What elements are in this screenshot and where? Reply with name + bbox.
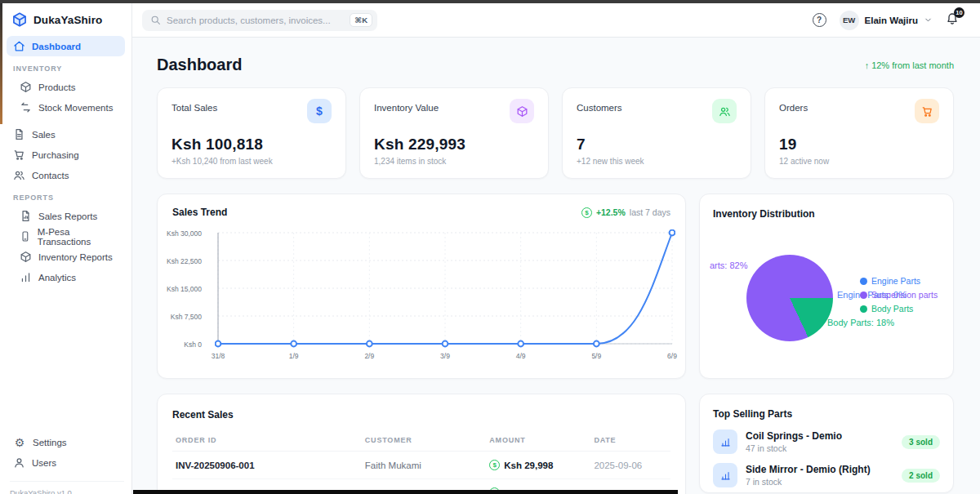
sidebar-section-inventory: INVENTORY [13, 65, 125, 73]
sidebar-item-mpesa-transactions[interactable]: M-Pesa Transactions [13, 226, 125, 247]
dashboard-content: Dashboard ↑ 12% from last month Total Sa… [132, 38, 980, 494]
stat-label: Orders [779, 103, 808, 113]
x-axis-tick: 31/8 [212, 352, 225, 360]
chevron-down-icon [924, 16, 933, 24]
legend-item-engine-parts: Engine Parts [860, 276, 938, 286]
sidebar-item-sales[interactable]: Sales [7, 124, 125, 145]
trend-period: last 7 days [630, 207, 670, 217]
inventory-pie-chart [746, 255, 833, 341]
sidebar-item-purchasing[interactable]: Purchasing [7, 145, 125, 165]
sales-trend-chart: Ksh 30,000 Ksh 22,500 Ksh 15,000 Ksh 7,5… [172, 229, 670, 365]
list-item[interactable]: Side Mirror - Demio (Right) 7 in stock 2… [713, 463, 940, 487]
smartphone-icon [20, 230, 31, 243]
report-chart-icon [20, 210, 32, 222]
users-icon [712, 99, 737, 123]
date-cell: 2025-09-06 [590, 452, 670, 479]
sold-badge: 2 sold [902, 469, 940, 483]
sidebar-label: Settings [33, 438, 67, 447]
stat-card-inventory-value: Inventory Value Ksh 229,993 1,234 items … [359, 87, 549, 179]
sold-badge: 3 sold [902, 435, 940, 449]
sidebar-item-analytics[interactable]: Analytics [13, 267, 125, 287]
stat-label: Total Sales [172, 103, 217, 113]
sales-trend-card: Sales Trend $ +12.5% last 7 days Ksh 30,… [157, 194, 686, 379]
sidebar-item-settings[interactable]: ⚙ Settings [7, 432, 125, 452]
y-axis-tick: Ksh 7,500 [157, 313, 202, 321]
sidebar-item-sales-reports[interactable]: Sales Reports [13, 206, 125, 226]
top-selling-parts-card: Top Selling Parts Coil Springs - Demio 4… [699, 394, 954, 493]
stat-card-customers: Customers 7 +12 new this week [562, 87, 751, 179]
stat-value: Ksh 100,818 [172, 136, 332, 154]
order-id-cell: INV-20250906-001 [172, 452, 362, 479]
help-button[interactable]: ? [813, 13, 826, 27]
document-icon [13, 128, 25, 140]
notification-count-badge: 10 [954, 7, 964, 18]
user-icon [13, 456, 25, 469]
swap-arrows-icon [20, 101, 32, 113]
user-menu[interactable]: EW Elain Wajiru [840, 11, 933, 30]
sidebar-item-contacts[interactable]: Contacts [7, 165, 125, 185]
sidebar: DukaYaShiro Dashboard INVENTORY Products… [0, 3, 132, 494]
x-axis-tick: 6/9 [667, 352, 677, 360]
stat-label: Customers [577, 103, 622, 113]
people-icon [13, 169, 25, 181]
recent-sales-table: ORDER ID CUSTOMER AMOUNT DATE INV-202509… [172, 431, 670, 494]
screenshot-top-edge [0, 0, 980, 3]
recent-sales-card: Recent Sales ORDER ID CUSTOMER AMOUNT DA… [157, 394, 686, 494]
inventory-distribution-title: Inventory Distribution [713, 208, 815, 220]
trend-percent: +12.5% [596, 207, 626, 217]
gear-icon: ⚙ [13, 437, 26, 448]
stat-value: 19 [779, 136, 939, 154]
y-axis-tick: Ksh 15,000 [157, 285, 202, 293]
x-axis-tick: 2/9 [364, 352, 374, 360]
cart-icon [915, 99, 939, 123]
global-search[interactable]: ⌘K [142, 10, 377, 31]
search-input[interactable] [167, 16, 344, 25]
top-selling-title: Top Selling Parts [713, 408, 792, 420]
column-header-order-id: ORDER ID [172, 431, 362, 452]
package-icon [20, 251, 32, 263]
search-icon [150, 15, 161, 25]
list-item[interactable]: Coil Springs - Demio 47 in stock 3 sold [713, 429, 940, 454]
part-name: Coil Springs - Demio [746, 430, 842, 442]
dollar-icon: $ [307, 99, 332, 123]
part-stock: 7 in stock [746, 477, 871, 487]
stat-label: Inventory Value [374, 103, 439, 113]
avatar: EW [840, 11, 859, 30]
stat-subtext: 1,234 items in stock [374, 157, 534, 166]
table-row[interactable]: INV-20250906-001 Faith Mukami $Ksh 29,99… [172, 452, 670, 479]
arrow-up-icon: ↑ [865, 60, 870, 70]
user-name: Elain Wajiru [865, 16, 918, 25]
sidebar-item-stock-movements[interactable]: Stock Movements [13, 97, 125, 118]
column-header-amount: AMOUNT [486, 431, 590, 452]
stat-subtext: +12 new this week [577, 157, 737, 166]
sidebar-label: Contacts [32, 171, 69, 180]
keyboard-shortcut-badge: ⌘K [350, 13, 372, 27]
inventory-distribution-card: Inventory Distribution arts: 82% Engine … [699, 194, 954, 379]
y-axis-tick: Ksh 30,000 [157, 229, 202, 238]
stat-subtext: +Ksh 10,240 from last week [172, 157, 332, 166]
stat-value: 7 [577, 136, 737, 154]
sidebar-label: Purchasing [32, 150, 79, 160]
sidebar-item-inventory-reports[interactable]: Inventory Reports [13, 247, 125, 267]
stat-card-total-sales: Total Sales $ Ksh 100,818 +Ksh 10,240 fr… [157, 87, 346, 179]
top-bar: ⌘K ? EW Elain Wajiru 10 [132, 3, 980, 38]
sidebar-item-products[interactable]: Products [13, 77, 125, 97]
sidebar-label: Products [38, 82, 75, 92]
sidebar-label: Sales Reports [38, 211, 97, 221]
legend-item-suspension-parts: Suspension parts [860, 290, 938, 300]
dollar-circle-icon: $ [581, 207, 592, 218]
bar-chart-icon [713, 429, 737, 454]
pie-label-suspension: arts: 82% [710, 260, 747, 270]
package-icon [510, 99, 534, 123]
sidebar-label: Stock Movements [38, 103, 113, 113]
sidebar-item-users[interactable]: Users [7, 452, 125, 473]
x-axis-tick: 5/9 [591, 352, 601, 360]
sidebar-label: Inventory Reports [38, 252, 113, 262]
sidebar-section-reports: REPORTS [13, 194, 125, 202]
page-title: Dashboard [157, 56, 242, 74]
package-icon [20, 81, 32, 93]
sidebar-label: Analytics [38, 273, 76, 283]
part-stock: 47 in stock [746, 443, 842, 453]
notifications-button[interactable]: 10 [946, 12, 959, 29]
sidebar-item-dashboard[interactable]: Dashboard [7, 36, 125, 56]
